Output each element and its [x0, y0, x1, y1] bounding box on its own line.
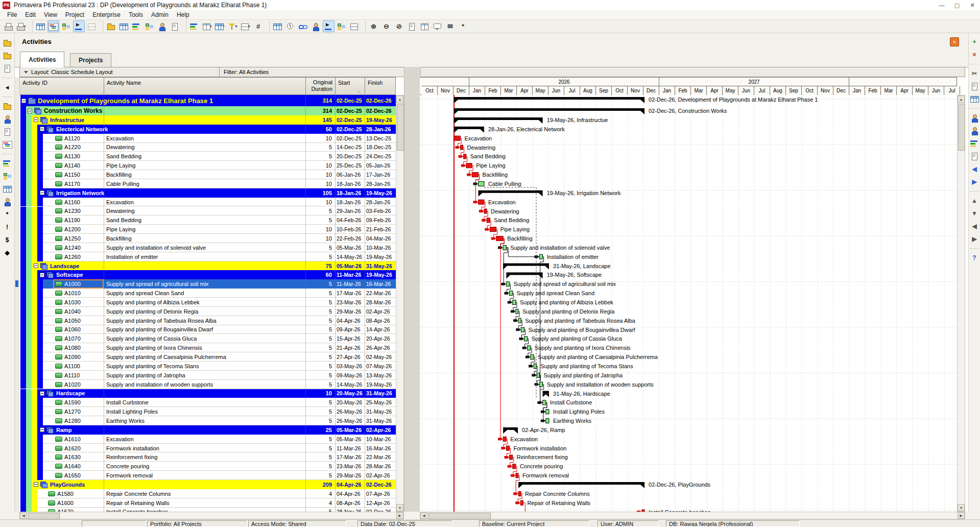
finish-cell[interactable]: 31-May-26: [366, 407, 396, 416]
finish-cell[interactable]: 19-May-26: [366, 115, 396, 125]
cut-icon[interactable]: ✂: [969, 68, 980, 79]
timescale-month[interactable]: Sep: [786, 86, 802, 95]
gantt-timescale[interactable]: OctNovDecJanFebMarAprMayJunJulAugSepOctN…: [420, 77, 957, 95]
bars-icon[interactable]: [188, 20, 200, 32]
original-duration-cell[interactable]: 4: [305, 489, 332, 498]
activity-bar[interactable]: [460, 145, 463, 150]
table-row[interactable]: A1160Excavation1018-Jan-2628-Jan-26: [19, 198, 396, 207]
timescale-month[interactable]: Dec: [453, 86, 469, 95]
columns-icon[interactable]: ▼: [201, 20, 213, 32]
roles-icon[interactable]: [969, 125, 980, 136]
finish-cell[interactable]: 02-Apr-26: [366, 471, 396, 480]
finish-cell[interactable]: 05-Jan-26: [366, 161, 396, 170]
clear-view-icon[interactable]: [169, 20, 181, 32]
original-duration-cell[interactable]: 5: [305, 343, 332, 352]
activity-bar[interactable]: [518, 318, 521, 323]
finish-cell[interactable]: 14-Apr-26: [366, 325, 396, 334]
table-row[interactable]: Irrigation Network10518-Jan-2619-May-26: [19, 188, 396, 198]
timescale-icon[interactable]: ▼: [214, 20, 226, 32]
activity-name-cell[interactable]: Pipe Laying: [106, 161, 136, 170]
tab-projects[interactable]: Projects: [70, 53, 111, 67]
activity-name-cell[interactable]: Formwork removal: [106, 471, 153, 480]
table-row[interactable]: Ramp2505-Mar-2602-Apr-26: [19, 425, 396, 435]
start-cell[interactable]: 04-Apr-26: [337, 316, 365, 325]
activity-id-cell[interactable]: A1090: [64, 352, 81, 362]
table-row[interactable]: A1260Installation of emitter514-May-2619…: [19, 252, 396, 261]
original-duration-cell[interactable]: 50: [305, 125, 332, 134]
timescale-month[interactable]: Aug: [770, 86, 786, 95]
admin-icon[interactable]: *: [2, 209, 13, 220]
activity-bar[interactable]: [513, 464, 516, 469]
finish-cell[interactable]: 02-Dec-26: [366, 480, 396, 489]
finish-cell[interactable]: 13-Dec-25: [366, 134, 396, 143]
activity-id-cell[interactable]: A1100: [64, 362, 80, 371]
finish-cell[interactable]: 02-May-26: [366, 352, 396, 362]
documents-icon[interactable]: [969, 151, 980, 161]
start-cell[interactable]: 05-Mar-26: [337, 243, 365, 252]
activity-bar[interactable]: [534, 364, 536, 368]
collapse-icon[interactable]: [40, 391, 44, 396]
summary-bar[interactable]: [503, 264, 549, 270]
activity-bar[interactable]: [490, 227, 496, 232]
menu-enterprise[interactable]: Enterprise: [88, 10, 125, 19]
activity-bar[interactable]: [503, 245, 506, 250]
activity-id-cell[interactable]: A1200: [64, 225, 81, 234]
start-cell[interactable]: 02-Dec-25: [337, 95, 365, 106]
table-horizontal-scrollbar[interactable]: ◀ ▶: [19, 512, 404, 519]
finish-cell[interactable]: 02-Apr-26: [366, 307, 396, 316]
activity-bar[interactable]: [513, 300, 516, 305]
obs-icon[interactable]: [2, 196, 13, 207]
timescale-month[interactable]: Dec: [643, 86, 659, 95]
wbs-name[interactable]: Development of Playgrounds at Marakz Elh…: [38, 95, 213, 106]
table-row[interactable]: A1030Supply and planting of Albizia Lebb…: [19, 298, 396, 307]
activity-name-cell[interactable]: Reinforcement fixing: [106, 452, 157, 462]
start-cell[interactable]: 18-Jan-26: [337, 188, 365, 198]
timescale-month[interactable]: Jan: [659, 86, 675, 95]
original-duration-cell[interactable]: 10: [305, 225, 332, 234]
column-header-activity-id[interactable]: Activity ID: [20, 78, 104, 94]
activity-id-cell[interactable]: A1230: [64, 207, 81, 216]
maximize-button[interactable]: ▢: [949, 0, 965, 10]
activity-id-cell[interactable]: A1150: [64, 170, 80, 179]
finish-cell[interactable]: 31-May-26: [366, 389, 396, 398]
activity-id-cell[interactable]: A1240: [64, 243, 81, 252]
original-duration-cell[interactable]: 5: [305, 362, 332, 371]
activity-network-icon[interactable]: [60, 20, 72, 32]
activity-name-cell[interactable]: Install Lighting Poles: [106, 407, 158, 416]
original-duration-cell[interactable]: 105: [305, 188, 332, 198]
timescale-month[interactable]: May: [533, 86, 548, 95]
timescale-month[interactable]: Jul: [944, 86, 960, 95]
add-icon[interactable]: +: [969, 36, 980, 47]
original-duration-cell[interactable]: 5: [305, 207, 332, 216]
start-cell[interactable]: 09-May-26: [337, 371, 365, 380]
comments-icon[interactable]: [432, 20, 443, 32]
table-row[interactable]: A1170Cable Pulling1018-Jan-2628-Jan-26: [19, 179, 396, 188]
panel-close-icon[interactable]: ×: [950, 37, 959, 46]
table-row[interactable]: Hardscape1020-May-2631-May-26: [19, 389, 396, 398]
table-row[interactable]: A1040Supply and planting of Delonix Regi…: [19, 307, 396, 316]
collapse-icon[interactable]: [34, 117, 38, 122]
table-row[interactable]: A1610Excavation505-Mar-2610-Mar-26: [19, 435, 396, 444]
menu-edit[interactable]: Edit: [21, 10, 40, 19]
wbs-name[interactable]: Softscape: [56, 270, 83, 279]
wbs-name[interactable]: Landscape: [50, 261, 79, 271]
timescale-month[interactable]: Feb: [485, 86, 501, 95]
activity-id-cell[interactable]: A1160: [64, 198, 80, 207]
table-row[interactable]: A1010Supply and spread Clean Sand517-Mar…: [19, 289, 396, 298]
collapse-icon[interactable]: [40, 427, 44, 432]
activity-bar[interactable]: [537, 373, 539, 377]
menu-tools[interactable]: Tools: [125, 10, 147, 19]
table-row[interactable]: A1050Supply and planting of Tabebuia Ros…: [19, 316, 396, 325]
finish-cell[interactable]: 31-May-26: [366, 261, 396, 271]
start-cell[interactable]: 17-Mar-26: [337, 452, 365, 462]
activity-bar[interactable]: [520, 500, 523, 505]
start-cell[interactable]: 20-Dec-25: [337, 152, 365, 161]
assignments-icon[interactable]: [2, 183, 13, 194]
start-cell[interactable]: 02-Dec-25: [337, 106, 365, 115]
finish-cell[interactable]: 03-Feb-26: [366, 207, 396, 216]
copy-icon[interactable]: [969, 81, 980, 91]
open-project-icon[interactable]: [2, 50, 13, 61]
start-cell[interactable]: 11-Mar-26: [337, 444, 365, 453]
original-duration-cell[interactable]: 209: [305, 480, 332, 489]
tracking-icon[interactable]: [2, 139, 13, 150]
